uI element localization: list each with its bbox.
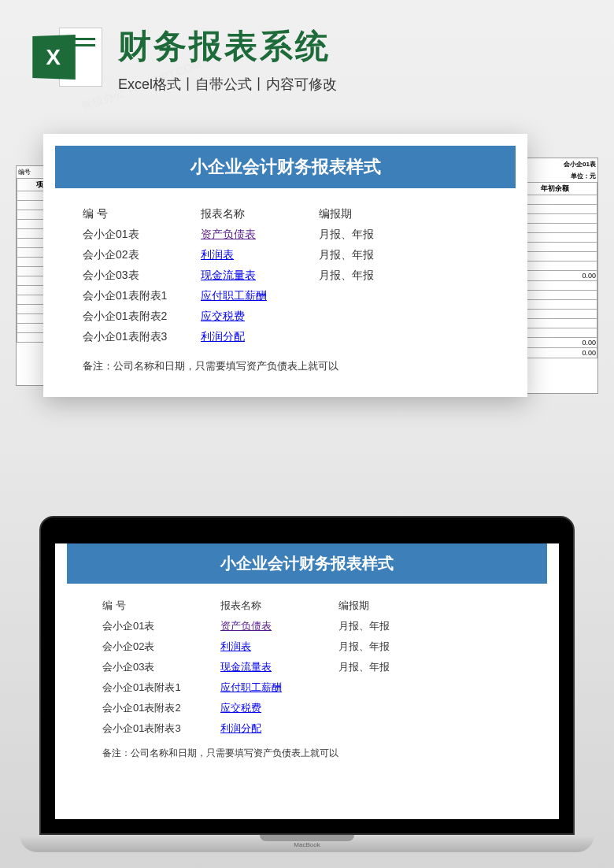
report-link[interactable]: 现金流量表: [220, 661, 272, 673]
table-row: 会小企01表附表1应付职工薪酬: [102, 677, 512, 698]
report-link[interactable]: 现金流量表: [201, 269, 256, 281]
table-row: 会小企01表附表2应交税费: [102, 698, 512, 718]
report-link[interactable]: 利润分配: [220, 722, 261, 734]
table-header: 编 号 报表名称 编报期: [83, 204, 488, 224]
report-link[interactable]: 应交税费: [220, 702, 261, 714]
laptop-base: MacBook: [20, 835, 594, 852]
report-link[interactable]: 利润分配: [201, 330, 245, 343]
card-title: 小企业会计财务报表样式: [55, 146, 516, 188]
table-row: 会小企01表资产负债表月报、年报: [83, 224, 488, 245]
table-header: 编 号 报表名称 编报期: [102, 595, 512, 616]
report-link[interactable]: 应交税费: [201, 310, 245, 322]
preview-composite: 编号 项 会小企01表 单位：元 年初余额 0.00 0.00 0.00 小企业…: [16, 134, 598, 433]
table-row: 会小企03表现金流量表月报、年报: [83, 265, 488, 286]
report-table: 编 号 报表名称 编报期 会小企01表资产负债表月报、年报 会小企02表利润表月…: [102, 595, 512, 739]
subtitle: Excel格式丨自带公式丨内容可修改: [118, 75, 583, 94]
report-link[interactable]: 应付职工薪酬: [201, 289, 267, 302]
table-row: 会小企03表现金流量表月报、年报: [102, 657, 512, 677]
report-link[interactable]: 应付职工薪酬: [220, 681, 282, 693]
table-row: 会小企01表附表1应付职工薪酬: [83, 286, 488, 306]
report-link[interactable]: 资产负债表: [220, 620, 272, 632]
table-row: 会小企01表附表3利润分配: [83, 327, 488, 347]
table-row: 会小企01表资产负债表月报、年报: [102, 616, 512, 636]
main-report-card: 小企业会计财务报表样式 编 号 报表名称 编报期 会小企01表资产负债表月报、年…: [43, 134, 527, 397]
table-row: 会小企02表利润表月报、年报: [102, 636, 512, 657]
laptop-brand: MacBook: [294, 841, 320, 848]
main-title: 财务报表系统: [118, 24, 583, 69]
table-row: 会小企01表附表2应交税费: [83, 306, 488, 327]
report-link[interactable]: 利润表: [201, 248, 234, 261]
page-header: X 财务报表系统 Excel格式丨自带公式丨内容可修改: [0, 0, 614, 110]
table-row: 会小企02表利润表月报、年报: [83, 245, 488, 265]
card-note: 备注：公司名称和日期，只需要填写资产负债表上就可以: [102, 747, 512, 760]
laptop-mockup: 小企业会计财务报表样式 编 号 报表名称 编报期 会小企01表资产负债表月报、年…: [39, 516, 575, 852]
report-table: 编 号 报表名称 编报期 会小企01表资产负债表月报、年报 会小企02表利润表月…: [83, 204, 488, 347]
report-link[interactable]: 利润表: [220, 640, 251, 652]
table-row: 会小企01表附表3利润分配: [102, 718, 512, 739]
laptop-screen-content: 小企业会计财务报表样式 编 号 报表名称 编报期 会小企01表资产负债表月报、年…: [55, 543, 559, 819]
excel-icon: X: [31, 24, 102, 95]
report-link[interactable]: 资产负债表: [201, 228, 256, 240]
card-note: 备注：公司名称和日期，只需要填写资产负债表上就可以: [83, 359, 488, 373]
card-title: 小企业会计财务报表样式: [67, 543, 547, 584]
